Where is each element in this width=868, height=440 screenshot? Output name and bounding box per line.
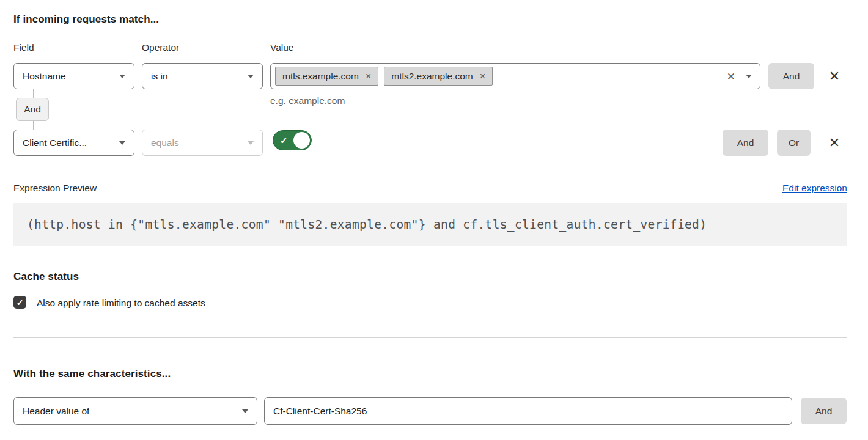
cached-assets-checkbox[interactable]: ✓: [13, 296, 26, 309]
chevron-down-icon: [248, 75, 254, 78]
clear-values-icon[interactable]: ✕: [727, 71, 735, 81]
operator-select-row2: equals: [142, 130, 263, 156]
field-select-row1-value: Hostname: [23, 71, 66, 82]
cert-verified-toggle[interactable]: ✓: [273, 130, 312, 150]
chevron-down-icon: [248, 141, 254, 145]
chevron-down-icon: [119, 141, 125, 145]
operator-select-row1-value: is in: [151, 71, 168, 82]
characteristic-select-value: Header value of: [23, 406, 89, 417]
tag-remove-icon[interactable]: ×: [366, 72, 371, 81]
value-tag: mtls.example.com ×: [275, 67, 378, 86]
characteristic-select[interactable]: Header value of: [13, 397, 257, 425]
cache-status-title: Cache status: [13, 271, 79, 283]
chevron-down-icon: [119, 75, 125, 78]
tag-remove-icon[interactable]: ×: [480, 72, 485, 81]
cached-assets-checkbox-label: Also apply rate limiting to cached asset…: [37, 298, 205, 309]
toggle-knob: [293, 132, 310, 148]
delete-row2-icon[interactable]: ✕: [826, 135, 842, 151]
field-select-row1[interactable]: Hostname: [13, 63, 134, 89]
match-section-title: If incoming requests match...: [13, 13, 159, 26]
expression-code: (http.host in {"mtls.example.com" "mtls2…: [27, 218, 707, 232]
value-helper-text: e.g. example.com: [270, 95, 345, 106]
connector-line: [33, 121, 34, 130]
value-tag-label: mtls2.example.com: [391, 71, 473, 82]
connector-line: [33, 89, 34, 98]
characteristics-section-title: With the same characteristics...: [13, 368, 171, 380]
add-and-condition-button-row1[interactable]: And: [768, 63, 814, 89]
operator-select-row2-value: equals: [151, 138, 179, 148]
field-select-row2-value: Client Certific...: [23, 138, 87, 148]
section-divider: [13, 337, 847, 338]
add-characteristic-button[interactable]: And: [801, 398, 847, 424]
delete-row1-icon[interactable]: ✕: [826, 68, 842, 84]
value-tag-label: mtls.example.com: [282, 71, 359, 82]
header-name-input[interactable]: [264, 397, 792, 425]
expression-preview-block: (http.host in {"mtls.example.com" "mtls2…: [13, 203, 847, 246]
chevron-down-icon[interactable]: [746, 75, 752, 78]
field-select-row2[interactable]: Client Certific...: [13, 130, 134, 156]
add-and-condition-button-row2[interactable]: And: [723, 130, 768, 156]
value-tag: mtls2.example.com ×: [384, 67, 493, 86]
value-multiselect-row1[interactable]: mtls.example.com × mtls2.example.com × ✕: [270, 63, 760, 89]
check-icon: ✓: [280, 135, 288, 146]
operator-column-label: Operator: [142, 42, 179, 53]
add-or-condition-button-row2[interactable]: Or: [777, 130, 811, 156]
expression-preview-label: Expression Preview: [13, 183, 97, 194]
edit-expression-link[interactable]: Edit expression: [782, 183, 847, 194]
operator-select-row1[interactable]: is in: [142, 63, 263, 89]
connector-and-badge[interactable]: And: [16, 98, 49, 121]
field-column-label: Field: [13, 42, 34, 53]
rate-limit-rule-builder: If incoming requests match... Field Oper…: [0, 0, 868, 440]
check-icon: ✓: [17, 298, 24, 307]
chevron-down-icon: [242, 409, 248, 413]
value-column-label: Value: [270, 42, 294, 53]
